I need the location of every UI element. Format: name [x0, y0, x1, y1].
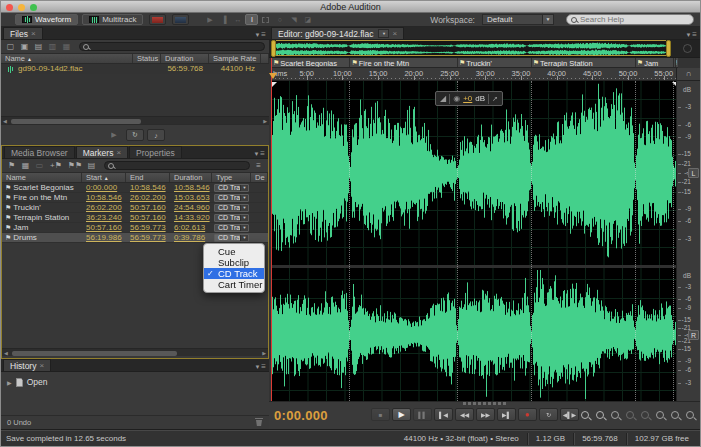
column-header-sample-rate[interactable]: Sample Rate: [209, 54, 261, 63]
marker-duration-cell[interactable]: 6:02.613: [170, 223, 212, 233]
strip-marker-terrapin-station[interactable]: ⚑Terrapin Station: [531, 58, 634, 68]
marker-start-cell[interactable]: 0:00.000: [82, 183, 126, 193]
zoom-in-amplitude-icon[interactable]: [610, 410, 621, 421]
column-header-status[interactable]: Status: [133, 54, 161, 63]
tab-editor[interactable]: Editor: gd90-09-14d2.flac ▼ ×: [271, 27, 404, 39]
column-header-duration[interactable]: Duration: [161, 54, 209, 63]
files-horizontal-scrollbar[interactable]: ◀ ▶: [1, 116, 269, 124]
close-icon[interactable]: ×: [116, 148, 121, 157]
hud-gain-value[interactable]: +0: [463, 94, 472, 103]
channel-badge-l[interactable]: L: [688, 168, 699, 178]
lasso-selection-tool-icon[interactable]: ○: [273, 14, 286, 25]
marker-end-cell[interactable]: 50:57.160: [126, 203, 170, 213]
marquee-selection-tool-icon[interactable]: [259, 14, 272, 25]
preview-autoplay-button[interactable]: ♪: [147, 129, 165, 141]
open-file-icon[interactable]: ▢: [5, 42, 16, 51]
playhead-handle[interactable]: [269, 73, 277, 79]
loop-playback-button[interactable]: ↻: [539, 408, 558, 421]
markers-horizontal-scrollbar[interactable]: ◀ ▶: [2, 348, 268, 356]
pin-hud-icon[interactable]: ↗: [492, 95, 498, 103]
overview-selection-handle-left[interactable]: [271, 40, 276, 57]
table-row[interactable]: gd90-09-14d2.flac56:59.76844100 Hz: [1, 64, 269, 74]
marker-duration-cell[interactable]: 14:33.920: [170, 213, 212, 223]
zoom-to-selection-icon[interactable]: [685, 410, 696, 421]
marker-duration-cell[interactable]: 15:03.653: [170, 193, 212, 203]
strip-marker-jam[interactable]: ⚑Jam: [635, 58, 672, 68]
time-selection-tool-icon[interactable]: I: [245, 14, 258, 25]
selection-corner-handle-left[interactable]: [272, 82, 277, 87]
marker-start-cell[interactable]: 10:58.546: [82, 193, 126, 203]
marker-type-dropdown[interactable]: CD Track▼: [214, 204, 249, 212]
markers-search[interactable]: [104, 161, 250, 170]
channel-badge-r[interactable]: R: [688, 330, 699, 340]
marker-row-fire-on-the-mtn[interactable]: ⚑Fire on the Mtn10:58.54626:02.20015:03.…: [2, 193, 268, 203]
markers-table-header[interactable]: NameStart▲EndDurationTypeDe: [2, 173, 268, 183]
record-button[interactable]: ●: [518, 408, 537, 421]
export-markers-icon[interactable]: ▤: [86, 161, 97, 170]
timeline-ruler[interactable]: hms 5:0010:0015:0020:0025:0030:0035:0040…: [271, 68, 678, 81]
marker-row-jam[interactable]: ⚑Jam50:57.16056:59.7736:02.613CD Track▼: [2, 223, 268, 233]
marker-type-dropdown[interactable]: CD Track▼: [214, 224, 249, 232]
zoom-selection-right-icon[interactable]: [670, 410, 681, 421]
help-search-input[interactable]: [580, 15, 689, 24]
razor-tool-icon[interactable]: ▐: [217, 14, 230, 25]
marker-duration-cell[interactable]: 0:39.786: [170, 233, 212, 243]
zoom-selection-left-icon[interactable]: [655, 410, 666, 421]
marker-row-scarlet-begonias[interactable]: ⚑Scarlet Begonias0:00.00010:58.54610:58.…: [2, 183, 268, 193]
marker-type-dropdown[interactable]: CD Track▼: [214, 234, 249, 242]
rewind-button[interactable]: ◀◀: [455, 408, 474, 421]
zoom-scrollbar-nub[interactable]: [463, 402, 507, 405]
preview-loop-button[interactable]: ↻: [126, 129, 144, 141]
marker-row-truckin-[interactable]: ⚑Truckin'26:02.20050:57.16024:54.960CD T…: [2, 203, 268, 213]
column-header-start[interactable]: Start▲: [82, 173, 126, 182]
add-marker-icon[interactable]: ⚑: [6, 161, 17, 170]
column-header-name[interactable]: Name▲: [1, 54, 133, 63]
scroll-left-icon[interactable]: ◀: [4, 349, 8, 357]
zoom-out-time-icon[interactable]: [595, 410, 606, 421]
marker-strip[interactable]: ⚑Scarlet Begonias⚑Fire on the Mtn⚑Trucki…: [271, 58, 678, 68]
history-entry[interactable]: ▶ Open: [1, 372, 269, 387]
zoom-reset-icon[interactable]: [640, 410, 651, 421]
overview-selection-handle-right[interactable]: [666, 40, 671, 57]
marker-duration-cell[interactable]: 10:58.546: [170, 183, 212, 193]
marker-row-drums[interactable]: ⚑Drums56:19.98656:59.7730:39.786CD Track…: [2, 233, 268, 243]
column-header-end[interactable]: End: [126, 173, 170, 182]
panel-menu-icon[interactable]: ▼ ≡: [685, 30, 697, 39]
waveform-right-channel[interactable]: [271, 268, 678, 401]
strip-marker-end[interactable]: ⚑: [675, 58, 678, 68]
marker-end-cell[interactable]: 26:02.200: [126, 193, 170, 203]
marker-type-dropdown[interactable]: CD Track▼: [214, 194, 249, 202]
multitrack-mode-button[interactable]: Multitrack: [82, 14, 143, 25]
column-header-name[interactable]: Name: [2, 173, 82, 182]
files-search-input[interactable]: [91, 43, 261, 51]
scroll-left-icon[interactable]: ◀: [3, 117, 7, 125]
column-header-duration[interactable]: Duration: [170, 173, 212, 182]
marker-end-cell[interactable]: 50:57.160: [126, 213, 170, 223]
marker-type-dropdown[interactable]: CD Track▼: [214, 214, 249, 222]
marker-end-cell[interactable]: 56:59.773: [126, 233, 170, 243]
scrollbar-thumb[interactable]: [12, 351, 177, 356]
marker-row-terrapin-station[interactable]: ⚑Terrapin Station36:23.24050:57.16014:33…: [2, 213, 268, 223]
menu-item-subclip[interactable]: Subclip: [204, 257, 264, 268]
delete-marker-icon[interactable]: ▦: [20, 161, 31, 170]
markers-search-input[interactable]: [116, 162, 246, 170]
close-icon[interactable]: ×: [39, 361, 44, 370]
panel-menu-icon[interactable]: ▼ ≡: [254, 362, 266, 371]
zoom-in-time-icon[interactable]: [580, 410, 591, 421]
loop-indicator-icon[interactable]: ∩: [676, 68, 700, 81]
files-search[interactable]: [79, 42, 265, 51]
skip-selection-button[interactable]: ◀▌▶: [560, 408, 579, 421]
tab-properties[interactable]: Properties: [129, 146, 182, 158]
scroll-right-icon[interactable]: ▶: [263, 117, 267, 125]
range-marker-icon[interactable]: ▭: [34, 161, 45, 170]
insert-into-multitrack-icon[interactable]: ▥: [47, 42, 58, 51]
strip-marker-truckin-[interactable]: ⚑Truckin': [457, 58, 530, 68]
tab-media-browser[interactable]: Media Browser: [4, 146, 75, 158]
marker-start-cell[interactable]: 26:02.200: [82, 203, 126, 213]
trash-icon[interactable]: [255, 418, 263, 426]
slip-tool-icon[interactable]: ↔: [231, 14, 244, 25]
insert-marker-icon[interactable]: +⚑: [48, 161, 64, 170]
scroll-right-icon[interactable]: ▶: [262, 349, 266, 357]
overview-settings-knob-icon[interactable]: [683, 44, 692, 53]
close-icon[interactable]: ×: [31, 29, 36, 38]
